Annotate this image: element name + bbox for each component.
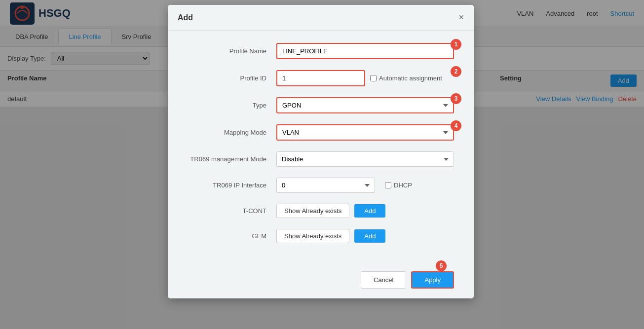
gem-label: GEM — [188, 232, 276, 240]
tr069-mode-label: TR069 management Mode — [188, 155, 276, 163]
badge-2: 2 — [451, 66, 461, 77]
modal: Add × 1 Profile Name 2 Profile ID Automa… — [168, 5, 474, 298]
tr069-ip-controls: 0 1 2 DHCP — [276, 178, 454, 193]
gem-controls: Show Already exists Add — [276, 229, 385, 243]
tcont-controls: Show Already exists Add — [276, 204, 385, 218]
badge-1: 1 — [451, 39, 461, 50]
profile-name-input[interactable] — [276, 43, 454, 59]
tcont-label: T-CONT — [188, 207, 276, 215]
tcont-row: T-CONT Show Already exists Add — [188, 204, 454, 218]
auto-assign-checkbox-label: Automatic assignment — [370, 74, 442, 82]
mapping-mode-row: 4 Mapping Mode VLAN GEM TCI — [188, 124, 454, 141]
auto-assign-checkbox[interactable] — [370, 75, 377, 81]
modal-body: 1 Profile Name 2 Profile ID Automatic as… — [168, 31, 474, 266]
mapping-mode-label: Mapping Mode — [188, 129, 276, 136]
type-label: Type — [188, 102, 276, 109]
tr069-ip-select[interactable]: 0 1 2 — [276, 178, 375, 193]
dhcp-checkbox[interactable] — [385, 182, 391, 188]
tr069-mode-row: TR069 management Mode Disable Enable — [188, 151, 454, 167]
tr069-ip-label: TR069 IP Interface — [188, 182, 276, 189]
profile-id-label: Profile ID — [188, 74, 276, 82]
profile-id-controls: Automatic assignment — [276, 70, 454, 86]
dhcp-label-text: DHCP — [394, 182, 412, 189]
type-row: 3 Type GPON EPON XG-PON — [188, 97, 454, 113]
tcont-show-exists-button[interactable]: Show Already exists — [276, 204, 349, 218]
dhcp-checkbox-label: DHCP — [385, 182, 412, 189]
profile-name-label: Profile Name — [188, 47, 276, 55]
mapping-mode-select[interactable]: VLAN GEM TCI — [276, 124, 454, 141]
modal-title: Add — [178, 13, 193, 22]
gem-add-button[interactable]: Add — [354, 229, 385, 243]
modal-header: Add × — [168, 5, 474, 31]
modal-close-button[interactable]: × — [458, 12, 464, 23]
badge-4: 4 — [451, 120, 461, 131]
badge-3: 3 — [451, 93, 461, 104]
cancel-button[interactable]: Cancel — [361, 271, 406, 289]
gem-show-exists-button[interactable]: Show Already exists — [276, 229, 349, 243]
gem-row: GEM Show Already exists Add — [188, 229, 454, 243]
profile-id-row: 2 Profile ID Automatic assignment — [188, 70, 454, 86]
apply-button[interactable]: Apply — [411, 271, 454, 289]
tcont-add-button[interactable]: Add — [354, 204, 385, 218]
profile-name-row: 1 Profile Name — [188, 43, 454, 59]
type-select[interactable]: GPON EPON XG-PON — [276, 97, 454, 113]
modal-footer: 5 Cancel Apply — [168, 266, 474, 289]
tr069-mode-select[interactable]: Disable Enable — [276, 151, 454, 167]
badge-5: 5 — [436, 260, 447, 271]
profile-id-input[interactable] — [276, 70, 365, 86]
auto-assign-label: Automatic assignment — [379, 74, 442, 82]
tr069-ip-row: TR069 IP Interface 0 1 2 DHCP — [188, 178, 454, 193]
